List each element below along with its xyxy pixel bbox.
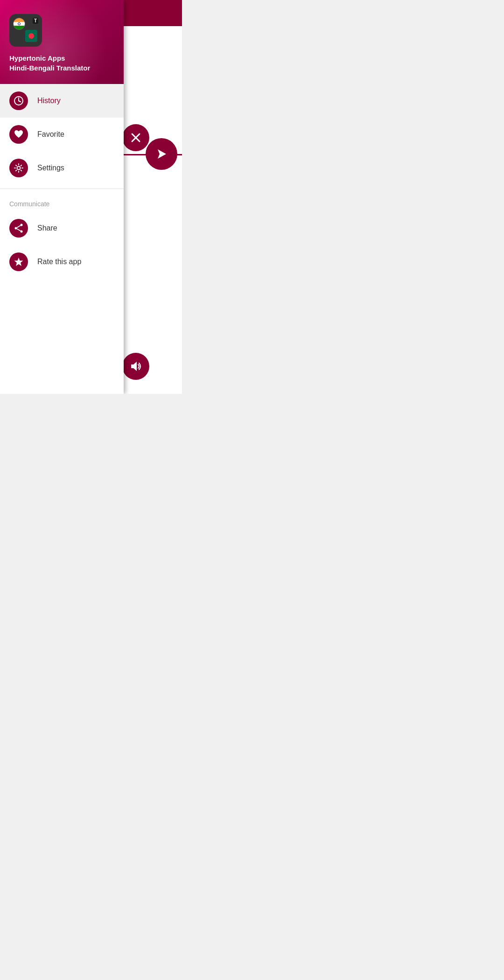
svg-point-8 [21, 224, 23, 226]
svg-line-6 [19, 101, 21, 102]
sidebar-item-favorite[interactable]: Favorite [0, 118, 124, 151]
sound-button[interactable] [122, 353, 149, 380]
svg-point-9 [21, 231, 23, 233]
svg-marker-3 [131, 362, 137, 371]
translator-label: T [33, 18, 38, 24]
drawer-header: T Hypertonic Apps Hindi-Bengali Translat… [0, 0, 124, 84]
svg-line-11 [17, 225, 21, 228]
svg-point-10 [15, 227, 17, 230]
navigation-drawer: T Hypertonic Apps Hindi-Bengali Translat… [0, 0, 124, 394]
svg-marker-2 [158, 149, 166, 159]
bengali-flag-icon [25, 30, 37, 42]
communicate-section-header: Communicate [0, 193, 124, 211]
send-button[interactable] [146, 138, 177, 170]
favorite-label: Favorite [37, 130, 64, 139]
history-label: History [37, 97, 61, 105]
sidebar-item-settings[interactable]: Settings [0, 151, 124, 185]
settings-label: Settings [37, 164, 64, 172]
rate-label: Rate this app [37, 258, 81, 266]
app-icon: T [9, 14, 42, 47]
clock-icon [9, 91, 28, 110]
india-flag-icon [13, 18, 25, 30]
drawer-app-name: Hypertonic Apps Hindi-Bengali Translator [9, 53, 114, 73]
share-icon [9, 219, 28, 238]
sidebar-item-history[interactable]: History [0, 84, 124, 118]
heart-icon [9, 125, 28, 144]
drawer-divider [0, 189, 124, 189]
svg-marker-13 [14, 258, 23, 266]
drawer-list: History Favorite Settings Communicate [0, 84, 124, 394]
close-button[interactable] [122, 124, 149, 151]
svg-point-7 [17, 167, 21, 170]
svg-line-12 [17, 229, 21, 231]
gear-icon [9, 159, 28, 177]
sidebar-item-share[interactable]: Share [0, 211, 124, 245]
star-icon [9, 252, 28, 271]
share-label: Share [37, 224, 57, 232]
sidebar-item-rate[interactable]: Rate this app [0, 245, 124, 279]
